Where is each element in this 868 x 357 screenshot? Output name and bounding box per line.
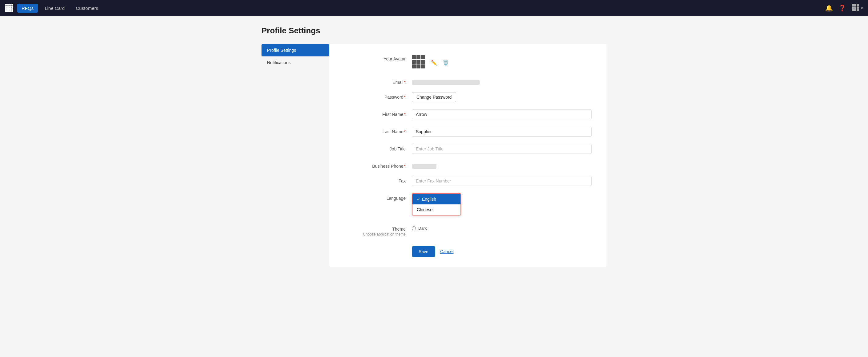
language-dropdown: ✓ English Chinese — [412, 193, 461, 215]
sidebar: Profile Settings Notifications — [261, 44, 329, 267]
last-name-field — [412, 127, 592, 137]
fax-row: Fax — [344, 176, 592, 186]
navbar: RFQs Line Card Customers 🔔 ❓ ▾ — [0, 0, 868, 16]
first-name-input[interactable] — [412, 110, 592, 119]
job-title-label: Job Title — [344, 144, 406, 151]
first-name-row: First Name* — [344, 110, 592, 119]
rfqs-nav-button[interactable]: RFQs — [17, 4, 38, 12]
language-label: Language — [344, 193, 406, 201]
language-field: ✓ English Chinese — [412, 193, 592, 217]
language-row: Language ✓ English Chinese — [344, 193, 592, 217]
avatar-edit-button[interactable]: ✏️ — [430, 58, 438, 67]
theme-dark-label: Dark — [418, 226, 427, 231]
sidebar-item-notifications[interactable]: Notifications — [261, 56, 329, 69]
last-name-row: Last Name* — [344, 127, 592, 137]
avatar-field: ✏️ 🗑️ — [412, 54, 592, 70]
avatar-chevron-icon: ▾ — [861, 6, 863, 10]
change-password-button[interactable]: Change Password — [412, 92, 456, 102]
last-name-label: Last Name* — [344, 127, 406, 134]
avatar-row: Your Avatar ✏️ 🗑️ — [344, 54, 592, 70]
theme-options: Dark — [412, 224, 592, 231]
language-selector: ✓ English Chinese — [412, 193, 461, 215]
customers-nav-link[interactable]: Customers — [71, 4, 102, 12]
sidebar-item-profile-settings[interactable]: Profile Settings — [261, 44, 329, 56]
phone-blurred-value — [412, 164, 436, 169]
email-row: Email* — [344, 78, 592, 85]
password-field: Change Password — [412, 92, 592, 102]
help-circle-icon[interactable]: ❓ — [838, 4, 846, 12]
fax-input[interactable] — [412, 176, 592, 186]
save-button[interactable]: Save — [412, 246, 435, 257]
theme-row: Theme Choose application theme Dark — [344, 224, 592, 236]
app-grid-icon[interactable] — [5, 4, 13, 12]
password-row: Password* Change Password — [344, 92, 592, 102]
fax-field — [412, 176, 592, 186]
nav-icons: 🔔 ❓ ▾ — [825, 4, 863, 12]
fax-label: Fax — [344, 176, 406, 183]
main-content: Your Avatar ✏️ 🗑️ Email — [329, 44, 607, 267]
job-title-row: Job Title — [344, 144, 592, 154]
avatar-area: ✏️ 🗑️ — [412, 54, 592, 70]
business-phone-field — [412, 161, 592, 169]
avatar-label: Your Avatar — [344, 54, 406, 61]
action-row: Save Cancel — [344, 246, 592, 257]
notification-bell-icon[interactable]: 🔔 — [825, 4, 833, 12]
first-name-field — [412, 110, 592, 119]
email-blurred-value — [412, 80, 479, 85]
avatar-grid-icon — [852, 4, 860, 12]
theme-label: Theme Choose application theme — [344, 224, 406, 236]
business-phone-row: Business Phone* — [344, 161, 592, 169]
avatar-delete-button[interactable]: 🗑️ — [441, 58, 450, 67]
page-container: Profile Settings Profile Settings Notifi… — [249, 16, 619, 276]
cancel-button[interactable]: Cancel — [439, 246, 455, 257]
email-field — [412, 78, 592, 85]
last-name-input[interactable] — [412, 127, 592, 137]
language-option-chinese[interactable]: Chinese — [412, 204, 461, 215]
checkmark-icon: ✓ — [417, 197, 420, 202]
avatar-display — [412, 55, 427, 70]
page-title: Profile Settings — [261, 26, 607, 35]
password-label: Password* — [344, 92, 406, 99]
linecard-nav-link[interactable]: Line Card — [40, 4, 69, 12]
language-english-label: English — [422, 197, 436, 202]
job-title-input[interactable] — [412, 144, 592, 154]
language-option-english[interactable]: ✓ English — [412, 194, 461, 204]
user-avatar-button[interactable]: ▾ — [852, 4, 863, 12]
business-phone-label: Business Phone* — [344, 161, 406, 169]
theme-dark-radio[interactable] — [412, 226, 416, 230]
job-title-field — [412, 144, 592, 154]
first-name-label: First Name* — [344, 110, 406, 117]
email-label: Email* — [344, 78, 406, 85]
content-layout: Profile Settings Notifications Your Avat… — [261, 44, 607, 267]
language-chinese-label: Chinese — [417, 207, 432, 212]
theme-field: Dark — [412, 224, 592, 231]
